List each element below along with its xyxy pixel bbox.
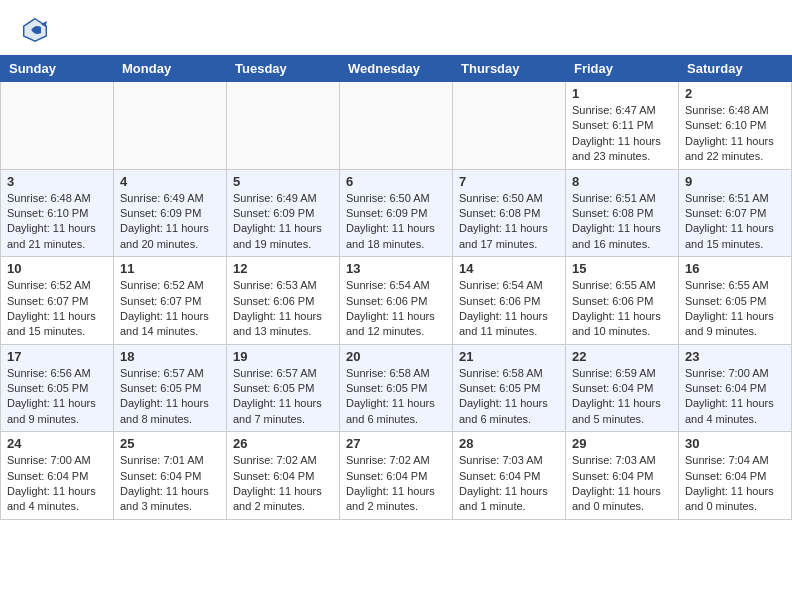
weekday-header-row: SundayMondayTuesdayWednesdayThursdayFrid…	[1, 56, 792, 82]
day-info: Sunrise: 7:04 AMSunset: 6:04 PMDaylight:…	[685, 453, 785, 515]
day-number: 2	[685, 86, 785, 101]
day-number: 10	[7, 261, 107, 276]
day-number: 8	[572, 174, 672, 189]
calendar-cell: 29Sunrise: 7:03 AMSunset: 6:04 PMDayligh…	[566, 432, 679, 520]
day-number: 11	[120, 261, 220, 276]
day-info: Sunrise: 6:52 AMSunset: 6:07 PMDaylight:…	[120, 278, 220, 340]
calendar-cell: 9Sunrise: 6:51 AMSunset: 6:07 PMDaylight…	[679, 169, 792, 257]
day-info: Sunrise: 6:52 AMSunset: 6:07 PMDaylight:…	[7, 278, 107, 340]
day-info: Sunrise: 6:58 AMSunset: 6:05 PMDaylight:…	[459, 366, 559, 428]
day-number: 28	[459, 436, 559, 451]
day-number: 6	[346, 174, 446, 189]
weekday-header-tuesday: Tuesday	[227, 56, 340, 82]
calendar-cell: 30Sunrise: 7:04 AMSunset: 6:04 PMDayligh…	[679, 432, 792, 520]
weekday-header-sunday: Sunday	[1, 56, 114, 82]
calendar-cell: 7Sunrise: 6:50 AMSunset: 6:08 PMDaylight…	[453, 169, 566, 257]
day-number: 5	[233, 174, 333, 189]
calendar-cell: 12Sunrise: 6:53 AMSunset: 6:06 PMDayligh…	[227, 257, 340, 345]
calendar-cell: 27Sunrise: 7:02 AMSunset: 6:04 PMDayligh…	[340, 432, 453, 520]
weekday-header-monday: Monday	[114, 56, 227, 82]
day-number: 14	[459, 261, 559, 276]
day-info: Sunrise: 7:03 AMSunset: 6:04 PMDaylight:…	[572, 453, 672, 515]
day-info: Sunrise: 6:48 AMSunset: 6:10 PMDaylight:…	[7, 191, 107, 253]
calendar-cell: 18Sunrise: 6:57 AMSunset: 6:05 PMDayligh…	[114, 344, 227, 432]
day-number: 22	[572, 349, 672, 364]
day-number: 29	[572, 436, 672, 451]
calendar-cell: 22Sunrise: 6:59 AMSunset: 6:04 PMDayligh…	[566, 344, 679, 432]
day-info: Sunrise: 6:49 AMSunset: 6:09 PMDaylight:…	[233, 191, 333, 253]
day-number: 1	[572, 86, 672, 101]
calendar-cell: 13Sunrise: 6:54 AMSunset: 6:06 PMDayligh…	[340, 257, 453, 345]
page-container: SundayMondayTuesdayWednesdayThursdayFrid…	[0, 0, 792, 520]
calendar-cell	[227, 82, 340, 170]
weekday-header-wednesday: Wednesday	[340, 56, 453, 82]
calendar-cell	[114, 82, 227, 170]
calendar-cell	[1, 82, 114, 170]
day-number: 24	[7, 436, 107, 451]
day-number: 21	[459, 349, 559, 364]
weekday-header-saturday: Saturday	[679, 56, 792, 82]
calendar-cell: 6Sunrise: 6:50 AMSunset: 6:09 PMDaylight…	[340, 169, 453, 257]
day-info: Sunrise: 6:59 AMSunset: 6:04 PMDaylight:…	[572, 366, 672, 428]
day-info: Sunrise: 6:54 AMSunset: 6:06 PMDaylight:…	[346, 278, 446, 340]
day-info: Sunrise: 7:00 AMSunset: 6:04 PMDaylight:…	[7, 453, 107, 515]
weekday-header-friday: Friday	[566, 56, 679, 82]
day-info: Sunrise: 6:58 AMSunset: 6:05 PMDaylight:…	[346, 366, 446, 428]
day-number: 4	[120, 174, 220, 189]
calendar-cell: 8Sunrise: 6:51 AMSunset: 6:08 PMDaylight…	[566, 169, 679, 257]
logo-icon	[20, 15, 50, 45]
day-number: 26	[233, 436, 333, 451]
day-number: 13	[346, 261, 446, 276]
day-info: Sunrise: 6:50 AMSunset: 6:09 PMDaylight:…	[346, 191, 446, 253]
calendar-cell: 19Sunrise: 6:57 AMSunset: 6:05 PMDayligh…	[227, 344, 340, 432]
calendar-cell: 23Sunrise: 7:00 AMSunset: 6:04 PMDayligh…	[679, 344, 792, 432]
calendar-cell: 16Sunrise: 6:55 AMSunset: 6:05 PMDayligh…	[679, 257, 792, 345]
calendar-cell: 17Sunrise: 6:56 AMSunset: 6:05 PMDayligh…	[1, 344, 114, 432]
day-info: Sunrise: 7:03 AMSunset: 6:04 PMDaylight:…	[459, 453, 559, 515]
day-number: 19	[233, 349, 333, 364]
week-row-4: 17Sunrise: 6:56 AMSunset: 6:05 PMDayligh…	[1, 344, 792, 432]
day-info: Sunrise: 6:57 AMSunset: 6:05 PMDaylight:…	[120, 366, 220, 428]
calendar-cell: 20Sunrise: 6:58 AMSunset: 6:05 PMDayligh…	[340, 344, 453, 432]
day-number: 7	[459, 174, 559, 189]
calendar-cell	[340, 82, 453, 170]
day-info: Sunrise: 6:51 AMSunset: 6:07 PMDaylight:…	[685, 191, 785, 253]
day-info: Sunrise: 6:47 AMSunset: 6:11 PMDaylight:…	[572, 103, 672, 165]
day-info: Sunrise: 6:56 AMSunset: 6:05 PMDaylight:…	[7, 366, 107, 428]
weekday-header-thursday: Thursday	[453, 56, 566, 82]
calendar-header: SundayMondayTuesdayWednesdayThursdayFrid…	[1, 56, 792, 82]
day-number: 15	[572, 261, 672, 276]
week-row-2: 3Sunrise: 6:48 AMSunset: 6:10 PMDaylight…	[1, 169, 792, 257]
day-info: Sunrise: 6:57 AMSunset: 6:05 PMDaylight:…	[233, 366, 333, 428]
calendar-cell: 5Sunrise: 6:49 AMSunset: 6:09 PMDaylight…	[227, 169, 340, 257]
calendar-cell: 25Sunrise: 7:01 AMSunset: 6:04 PMDayligh…	[114, 432, 227, 520]
day-number: 25	[120, 436, 220, 451]
week-row-1: 1Sunrise: 6:47 AMSunset: 6:11 PMDaylight…	[1, 82, 792, 170]
day-info: Sunrise: 7:02 AMSunset: 6:04 PMDaylight:…	[346, 453, 446, 515]
calendar-cell: 3Sunrise: 6:48 AMSunset: 6:10 PMDaylight…	[1, 169, 114, 257]
calendar-cell: 15Sunrise: 6:55 AMSunset: 6:06 PMDayligh…	[566, 257, 679, 345]
calendar-body: 1Sunrise: 6:47 AMSunset: 6:11 PMDaylight…	[1, 82, 792, 520]
day-number: 27	[346, 436, 446, 451]
calendar-cell: 26Sunrise: 7:02 AMSunset: 6:04 PMDayligh…	[227, 432, 340, 520]
day-number: 23	[685, 349, 785, 364]
day-info: Sunrise: 6:55 AMSunset: 6:05 PMDaylight:…	[685, 278, 785, 340]
calendar-cell: 10Sunrise: 6:52 AMSunset: 6:07 PMDayligh…	[1, 257, 114, 345]
calendar-cell	[453, 82, 566, 170]
day-info: Sunrise: 6:55 AMSunset: 6:06 PMDaylight:…	[572, 278, 672, 340]
calendar-cell: 4Sunrise: 6:49 AMSunset: 6:09 PMDaylight…	[114, 169, 227, 257]
week-row-3: 10Sunrise: 6:52 AMSunset: 6:07 PMDayligh…	[1, 257, 792, 345]
calendar-cell: 2Sunrise: 6:48 AMSunset: 6:10 PMDaylight…	[679, 82, 792, 170]
day-number: 3	[7, 174, 107, 189]
day-number: 17	[7, 349, 107, 364]
calendar-cell: 14Sunrise: 6:54 AMSunset: 6:06 PMDayligh…	[453, 257, 566, 345]
day-number: 20	[346, 349, 446, 364]
calendar-cell: 24Sunrise: 7:00 AMSunset: 6:04 PMDayligh…	[1, 432, 114, 520]
day-number: 30	[685, 436, 785, 451]
day-number: 16	[685, 261, 785, 276]
day-info: Sunrise: 7:01 AMSunset: 6:04 PMDaylight:…	[120, 453, 220, 515]
logo	[20, 15, 54, 45]
header	[0, 0, 792, 50]
day-number: 9	[685, 174, 785, 189]
day-info: Sunrise: 6:54 AMSunset: 6:06 PMDaylight:…	[459, 278, 559, 340]
